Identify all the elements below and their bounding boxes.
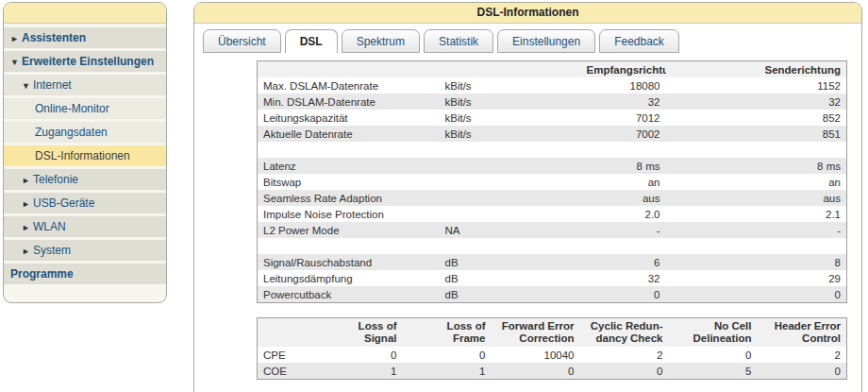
table-row: Max. DSLAM-DatenratekBit/s180801152: [258, 77, 847, 94]
table-row: CPE0010040202: [258, 347, 847, 363]
error-value: 2: [758, 347, 847, 363]
rx-value: an: [581, 174, 666, 190]
table-row: Seamless Rate Adaptionausaus: [258, 190, 847, 206]
rx-value: 2.0: [581, 206, 666, 222]
tx-value: 8 ms: [666, 158, 847, 174]
table-row: PowercutbackdB00: [258, 286, 847, 303]
row-unit: dB: [440, 254, 581, 270]
spacer-cell: [666, 238, 847, 254]
sidebar-item-label: Assistenten: [22, 31, 86, 44]
tx-value: 0: [666, 286, 847, 303]
chevron-right-icon: ►: [22, 194, 33, 214]
error-value: 2: [580, 347, 669, 363]
tx-value: 852: [666, 110, 847, 126]
spacer-cell: [440, 238, 581, 254]
chevron-down-icon: ▼: [10, 52, 22, 73]
rx-value: 0: [581, 286, 666, 303]
row-label: Max. DSLAM-Datenrate: [258, 77, 440, 94]
error-value: 0: [669, 347, 758, 363]
sidebar-item-internet[interactable]: ▼Internet: [4, 75, 166, 95]
error-column-header: No Cell Delineation: [669, 318, 758, 348]
row-unit: [440, 206, 581, 222]
spacer-cell: [258, 238, 440, 254]
tx-value: an: [666, 174, 847, 190]
sidebar-item-label: Telefonie: [33, 173, 78, 186]
sidebar-item-programme[interactable]: Programme: [4, 264, 166, 284]
table-row: Latenz8 ms8 ms: [258, 158, 847, 174]
sidebar-item-online-monitor[interactable]: Online-Monitor: [4, 98, 166, 119]
main-panel: DSL-Informationen ÜbersichtDSLSpektrumSt…: [193, 2, 862, 392]
sidebar-item-erweiterte-einstellungen[interactable]: ▼Erweiterte Einstellungen: [4, 51, 166, 72]
tx-value: 851: [666, 126, 847, 142]
row-label: Min. DSLAM-Datenrate: [258, 94, 440, 110]
tab-spektrum[interactable]: Spektrum: [342, 29, 420, 53]
error-counters-table: Loss of SignalLoss of FrameForward Error…: [257, 317, 847, 380]
tab-feedback[interactable]: Feedback: [599, 29, 679, 53]
tx-value: 32: [666, 94, 847, 110]
row-unit: kBit/s: [440, 126, 581, 142]
column-header-senderichtung: Senderichtung: [666, 61, 847, 78]
tx-value: -: [666, 222, 847, 238]
sidebar-item-zugangsdaten[interactable]: Zugangsdaten: [4, 122, 166, 143]
sidebar-item-wlan[interactable]: ►WLAN: [4, 216, 166, 237]
table-row: Min. DSLAM-DatenratekBit/s3232: [258, 94, 847, 110]
error-column-header: Loss of Frame: [403, 318, 492, 348]
sidebar-item-assistenten[interactable]: ►Assistenten: [4, 27, 166, 48]
error-value: 0: [580, 363, 669, 380]
chevron-down-icon: ▼: [22, 76, 33, 96]
tab-content: Empfangsrichtung Senderichtung Max. DSLA…: [194, 54, 861, 380]
error-value: 5: [669, 363, 758, 380]
rx-value: 7002: [581, 126, 666, 142]
chevron-right-icon: ►: [22, 170, 33, 191]
error-column-header: Forward Error Correction: [492, 318, 580, 348]
tab-strip: ÜbersichtDSLSpektrumStatistikEinstellung…: [203, 29, 861, 54]
error-value: 0: [314, 347, 403, 363]
tab-statistik[interactable]: Statistik: [424, 29, 493, 53]
row-label: L2 Power Mode: [258, 222, 440, 238]
dsl-table-header-row: Empfangsrichtung Senderichtung: [258, 61, 847, 78]
sidebar-header-bar: [4, 3, 166, 24]
row-label: Seamless Rate Adaption: [258, 190, 440, 206]
sidebar-item-label: USB-Geräte: [33, 196, 94, 210]
row-label: Bitswap: [258, 174, 440, 190]
chevron-right-icon: ►: [10, 28, 22, 49]
tab-einstellungen[interactable]: Einstellungen: [497, 29, 595, 53]
sidebar-item-usb-geraete[interactable]: ►USB-Geräte: [4, 193, 166, 213]
page-title: DSL-Informationen: [194, 3, 861, 24]
sidebar-item-label: Online-Monitor: [35, 102, 109, 115]
tx-value: 1152: [666, 77, 847, 94]
error-value: 10040: [492, 347, 580, 363]
spacer-cell: [440, 142, 581, 158]
rx-value: aus: [581, 190, 666, 206]
row-label: Powercutback: [258, 286, 440, 303]
rx-value: -: [581, 222, 666, 238]
table-row: L2 Power ModeNA--: [258, 222, 847, 238]
row-unit: kBit/s: [440, 77, 581, 94]
sidebar-item-system[interactable]: ►System: [4, 240, 166, 261]
error-table-header-row: Loss of SignalLoss of FrameForward Error…: [258, 318, 847, 348]
table-row: LeitungsdämpfungdB3229: [258, 270, 847, 286]
row-unit: kBit/s: [440, 94, 581, 110]
spacer-row: [258, 238, 847, 254]
sidebar-item-telefonie[interactable]: ►Telefonie: [4, 169, 166, 190]
table-row: Impulse Noise Protection2.02.1: [258, 206, 847, 222]
row-unit: kBit/s: [440, 110, 581, 126]
error-column-header: Loss of Signal: [314, 318, 403, 348]
table-row: COE110050: [258, 363, 847, 380]
sidebar-item-label: System: [33, 244, 71, 257]
sidebar-item-dsl-informationen[interactable]: DSL-Informationen: [4, 145, 166, 166]
sidebar-item-label: DSL-Informationen: [35, 149, 130, 162]
error-table-corner-cell: [258, 318, 314, 348]
sidebar-item-label: Erweiterte Einstellungen: [22, 55, 154, 68]
row-label: Leitungskapazität: [258, 110, 440, 126]
sidebar-item-label: Programme: [10, 267, 74, 281]
tab-dsl[interactable]: DSL: [285, 29, 338, 53]
row-label: COE: [258, 363, 314, 380]
error-value: 0: [758, 363, 847, 380]
tx-value: 2.1: [666, 206, 847, 222]
error-value: 0: [403, 347, 492, 363]
tab-uebersicht[interactable]: Übersicht: [203, 29, 281, 53]
rx-value: 8 ms: [581, 158, 666, 174]
tx-value: 8: [666, 254, 847, 270]
table-row: Aktuelle DatenratekBit/s7002851: [258, 126, 847, 142]
